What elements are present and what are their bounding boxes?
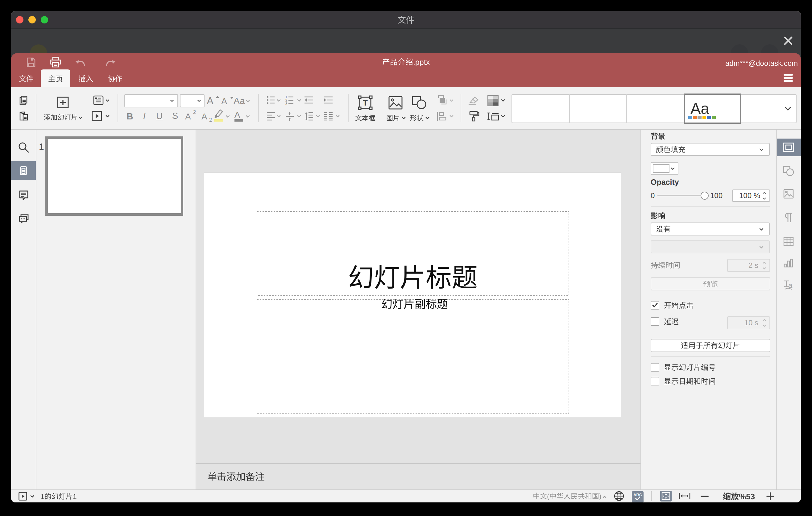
- svg-text:ABC: ABC: [633, 492, 642, 497]
- svg-text:T: T: [363, 98, 368, 107]
- svg-text:3: 3: [285, 102, 287, 106]
